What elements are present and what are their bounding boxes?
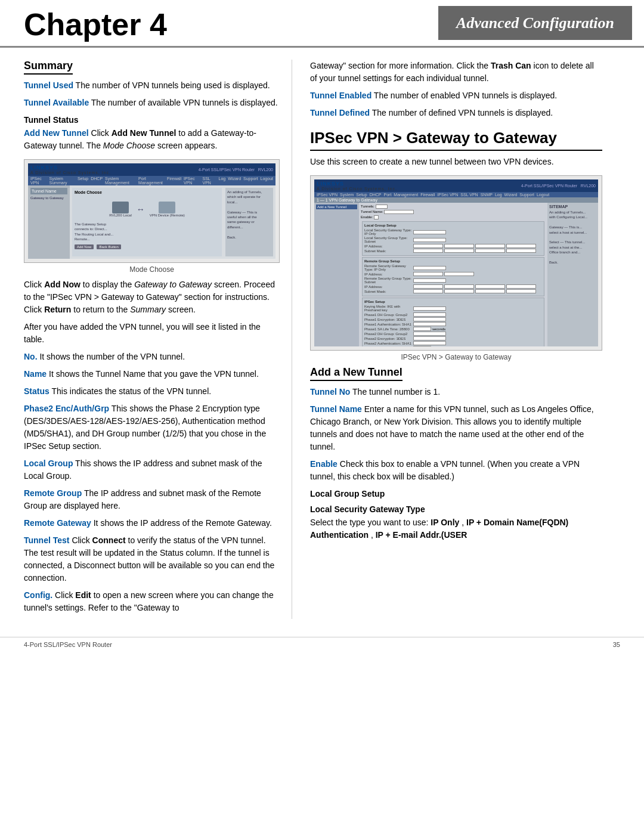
ipsec-heading: IPSec VPN > Gateway to Gateway <box>310 129 602 151</box>
after-add-para: After you have added the VPN tunnel, you… <box>24 321 280 346</box>
tunnel-available-para: Tunnel Available The number of available… <box>24 97 280 109</box>
no-item: No. It shows the number of the VPN tunne… <box>24 351 280 363</box>
local-security-gateway-heading: Local Security Gateway Type <box>310 504 602 514</box>
tunnel-test-item: Tunnel Test Click Connect to verify the … <box>24 534 280 584</box>
tunnel-defined-para: Tunnel Defined The number of defined VPN… <box>310 107 602 119</box>
click-add-now-para: Click Add Now to display the Gateway to … <box>24 278 280 316</box>
page-content: Summary Tunnel Used The number of VPN tu… <box>0 48 644 631</box>
header-title-block: Advanced Configuration <box>438 6 632 40</box>
summary-heading: Summary <box>24 60 73 75</box>
remote-group-item: Remote Group The IP address and subnet m… <box>24 487 280 512</box>
local-security-para: Select the type you want to use: IP Only… <box>310 516 602 541</box>
local-group-setup-heading: Local Group Setup <box>310 489 602 498</box>
enable-para: Enable Check this box to enable a VPN tu… <box>310 458 602 483</box>
page-footer: 4-Port SSL/IPSec VPN Router 35 <box>0 637 644 652</box>
tunnel-used-para: Tunnel Used The number of VPN tunnels be… <box>24 79 280 92</box>
add-new-tunnel-term: Add New Tunnel <box>24 128 89 138</box>
name-item: Name It shows the Tunnel Name that you g… <box>24 368 280 380</box>
tunnel-name-para: Tunnel Name Enter a name for this VPN tu… <box>310 403 602 453</box>
chapter-title: Chapter 4 <box>24 6 438 40</box>
page-title: Advanced Configuration <box>456 14 614 32</box>
tunnel-status-heading: Tunnel Status <box>24 115 280 125</box>
phase2-item: Phase2 Enc/Auth/Grp This shows the Phase… <box>24 402 280 453</box>
tunnel-enabled-para: Tunnel Enabled The number of enabled VPN… <box>310 89 602 102</box>
tunnel-no-para: Tunnel No The tunnel number is 1. <box>310 386 602 398</box>
tunnel-used-term: Tunnel Used <box>24 80 73 90</box>
footer-left: 4-Port SSL/IPSec VPN Router <box>24 641 112 648</box>
config-item: Config. Click Edit to open a new screen … <box>24 589 280 614</box>
local-group-item: Local Group This shows the IP address an… <box>24 457 280 482</box>
ipsec-intro: Use this screen to create a new tunnel b… <box>310 156 602 168</box>
left-column: Summary Tunnel Used The number of VPN tu… <box>0 60 292 619</box>
right-column: Gateway" section for more information. C… <box>292 60 620 619</box>
mode-choose-caption: Mode Choose <box>24 265 280 274</box>
remote-gateway-item: Remote Gateway It shows the IP address o… <box>24 517 280 529</box>
footer-right: 35 <box>613 641 620 648</box>
page-header: Chapter 4 Advanced Configuration <box>0 0 644 48</box>
status-item: Status This indicates the status of the … <box>24 385 280 398</box>
add-new-tunnel-para: Add New Tunnel Click Add New Tunnel to a… <box>24 127 280 152</box>
add-new-tunnel-heading: Add a New Tunnel <box>310 366 402 381</box>
tunnel-available-term: Tunnel Available <box>24 98 89 107</box>
mode-choose-screenshot: LINKSYSA Division of Cisco Systems, Inc.… <box>24 159 280 263</box>
ipsec-screenshot: LINKSYSA Division of Cisco Systems, Inc.… <box>310 175 602 351</box>
gateway-section-para: Gateway" section for more information. C… <box>310 60 602 85</box>
ipsec-screenshot-caption: IPSec VPN > Gateway to Gateway <box>310 353 602 361</box>
